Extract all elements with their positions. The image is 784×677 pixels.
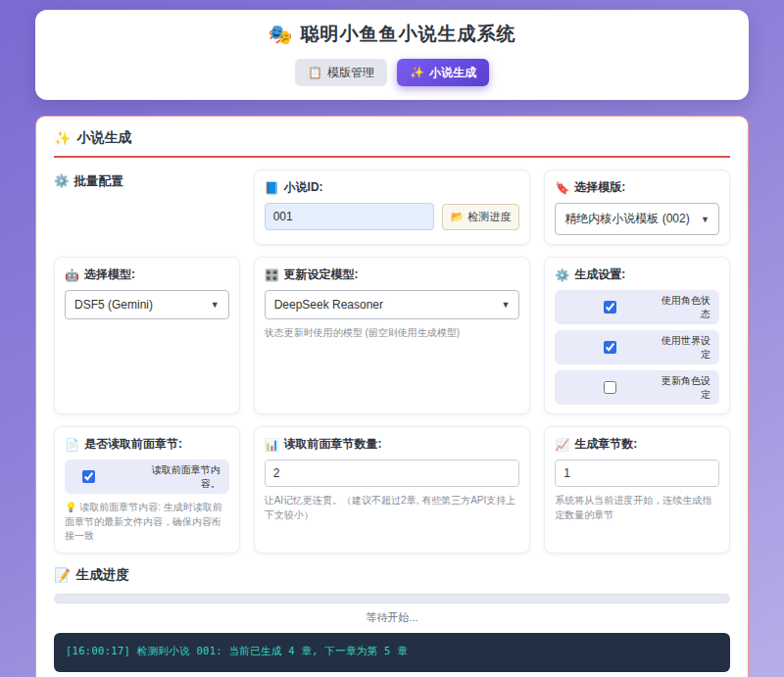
read-count-label: 📊 读取前面章节数量: [265, 436, 520, 453]
novel-generation-panel: ✨ 小说生成 ⚙️ 批量配置 📘 小说ID: 📂 检测进度 [35, 116, 749, 677]
option-use-character-state: 使用角色状态 [555, 290, 719, 324]
option-update-character-setting: 更新角色设定 [555, 370, 719, 405]
update-model-hint: 状态更新时使用的模型 (留空则使用生成模型) [265, 326, 520, 341]
clipboard-icon: 📋 [308, 66, 322, 79]
chevron-down-icon: ▼ [501, 300, 510, 310]
blue-book-icon: 📘 [265, 181, 279, 195]
read-previous-label: 📄 是否读取前面章节: [65, 436, 229, 453]
tab-template-management[interactable]: 📋 模版管理 [295, 59, 387, 86]
read-previous-hint: 💡 读取前面章节内容: 生成时读取前面章节的最新文件内容，确保内容衔接一致 [65, 501, 229, 544]
log-console: [16:00:17] 检测到小说 001: 当前已生成 4 章, 下一章为第 5… [54, 633, 730, 672]
generation-settings-card: ⚙️ 生成设置: 使用角色状态 使用世界设定 更新角色设定 [544, 257, 730, 414]
template-card: 🔖 选择模版: 精绝内核小说模板 (002) ▼ [544, 169, 730, 245]
template-select-value: 精绝内核小说模板 (002) [564, 211, 689, 227]
sliders-icon: 🎛️ [265, 268, 279, 282]
batch-config-text: 批量配置 [74, 173, 123, 190]
sparkles-icon: ✨ [54, 130, 71, 146]
template-label: 🔖 选择模版: [555, 179, 719, 196]
use-character-state-checkbox[interactable] [604, 301, 616, 314]
model-card: 🤖 选择模型: DSF5 (Gemini) ▼ [54, 257, 240, 414]
gear-icon: ⚙️ [555, 268, 569, 282]
progress-section-title: 📝 生成进度 [54, 566, 730, 584]
gear-icon: ⚙️ [54, 173, 70, 188]
generate-count-input[interactable] [555, 459, 719, 487]
robot-icon: 🤖 [65, 268, 79, 282]
chart-increasing-icon: 📈 [555, 438, 569, 452]
update-model-select-value: DeepSeek Reasoner [274, 298, 383, 312]
check-progress-button[interactable]: 📂 检测进度 [442, 204, 520, 230]
app-title-row: 🎭 聪明小鱼鱼小说生成系统 [45, 22, 739, 47]
generate-count-label: 📈 生成章节数: [555, 436, 719, 453]
log-line: [16:00:17] 检测到小说 001: 当前已生成 4 章, 下一章为第 5… [66, 645, 408, 656]
app-logo-icon: 🎭 [269, 22, 293, 47]
generate-count-card: 📈 生成章节数: 系统将从当前进度开始，连续生成指定数量的章节 [544, 426, 730, 554]
use-world-setting-checkbox[interactable] [604, 341, 616, 354]
folder-icon: 📂 [451, 211, 465, 223]
update-model-select[interactable]: DeepSeek Reasoner ▼ [265, 290, 520, 319]
progress-status: 等待开始... [54, 610, 730, 625]
novel-id-card: 📘 小说ID: 📂 检测进度 [254, 169, 531, 245]
update-character-setting-checkbox[interactable] [604, 381, 616, 394]
app-title: 聪明小鱼鱼小说生成系统 [300, 22, 515, 47]
read-count-hint: 让AI记忆更连贯。（建议不超过2章, 有些第三方API支持上下文较小） [265, 494, 520, 522]
option-label: 读取前面章节内容。 [142, 463, 220, 490]
nav-tabs: 📋 模版管理 ✨ 小说生成 [45, 59, 739, 86]
section-title: ✨ 小说生成 [54, 129, 730, 158]
tab-novel-generation[interactable]: ✨ 小说生成 [397, 59, 489, 86]
read-count-card: 📊 读取前面章节数量: 让AI记忆更连贯。（建议不超过2章, 有些第三方API支… [254, 426, 531, 554]
document-icon: 📄 [65, 438, 79, 452]
option-read-previous: 读取前面章节内容。 [65, 459, 229, 494]
config-grid: ⚙️ 批量配置 📘 小说ID: 📂 检测进度 🔖 [54, 169, 730, 554]
novel-id-input[interactable] [265, 203, 434, 230]
read-previous-checkbox[interactable] [82, 470, 95, 483]
novel-id-label: 📘 小说ID: [265, 179, 520, 196]
option-label: 使用世界设定 [660, 334, 710, 361]
update-model-card: 🎛️ 更新设定模型: DeepSeek Reasoner ▼ 状态更新时使用的模… [254, 257, 531, 414]
chevron-down-icon: ▼ [211, 300, 220, 310]
model-select[interactable]: DSF5 (Gemini) ▼ [65, 290, 229, 319]
tab-label: 模版管理 [327, 66, 374, 79]
option-label: 使用角色状态 [660, 294, 710, 320]
app-header: 🎭 聪明小鱼鱼小说生成系统 📋 模版管理 ✨ 小说生成 [35, 10, 749, 100]
generate-count-hint: 系统将从当前进度开始，连续生成指定数量的章节 [555, 494, 719, 522]
progress-bar [54, 594, 730, 604]
read-previous-card: 📄 是否读取前面章节: 读取前面章节内容。 💡 读取前面章节内容: 生成时读取前… [54, 426, 240, 554]
bookmark-icon: 🔖 [555, 181, 569, 195]
chevron-down-icon: ▼ [701, 215, 710, 224]
section-title-text: 小说生成 [76, 129, 131, 147]
page: 🎭 聪明小鱼鱼小说生成系统 📋 模版管理 ✨ 小说生成 ✨ 小说生成 ⚙️ 批量… [0, 0, 784, 677]
tab-label: 小说生成 [429, 66, 476, 79]
template-select[interactable]: 精绝内核小说模板 (002) ▼ [555, 203, 719, 235]
batch-config-label: ⚙️ 批量配置 [54, 169, 240, 245]
generation-settings-label: ⚙️ 生成设置: [555, 266, 719, 283]
model-select-value: DSF5 (Gemini) [74, 298, 153, 312]
read-count-input[interactable] [265, 459, 520, 487]
update-model-label: 🎛️ 更新设定模型: [265, 266, 520, 283]
model-label: 🤖 选择模型: [65, 266, 229, 283]
sparkles-icon: ✨ [410, 66, 424, 79]
option-label: 更新角色设定 [660, 374, 710, 401]
memo-icon: 📝 [54, 567, 71, 583]
lightbulb-icon: 💡 [65, 502, 76, 512]
bar-chart-icon: 📊 [265, 438, 279, 452]
option-use-world-setting: 使用世界设定 [555, 330, 719, 364]
